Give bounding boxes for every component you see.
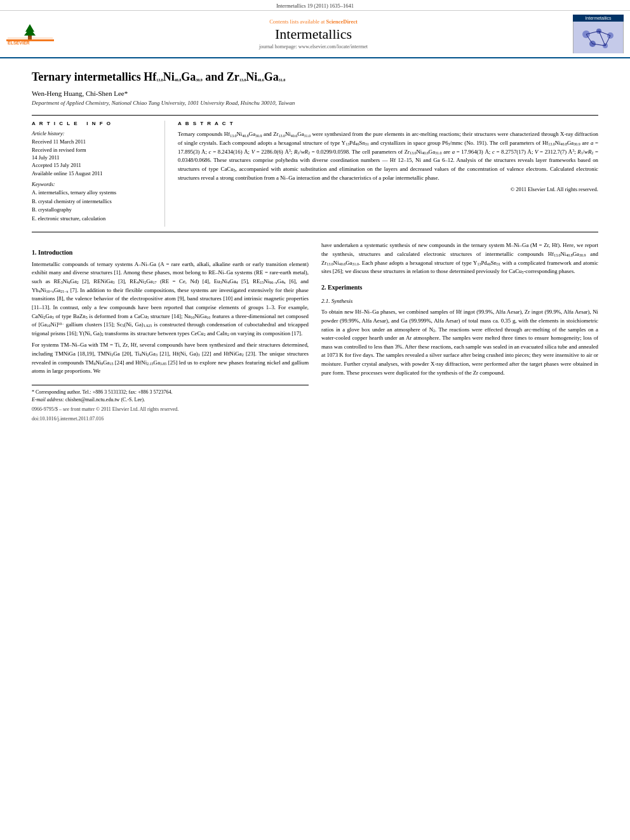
author-names: Wen-Heng Huang, Chi-Shen Lee*	[32, 90, 128, 97]
abstract-col: A B S T R A C T Ternary compounds Hf13.0…	[175, 121, 598, 227]
body-two-column: 1. Introduction Intermetallic compounds …	[32, 241, 598, 423]
experiments-heading: 2. Experiments	[321, 283, 598, 293]
keyword-2: B. crystal chemistry of intermetallics	[32, 197, 157, 206]
received-date: Received 11 March 2011	[32, 138, 157, 145]
synthesis-heading: 2.1. Synthesis	[321, 297, 598, 306]
journal-title: Intermetallics	[60, 26, 566, 43]
citation-text: Intermetallics 19 (2011) 1635–1641	[276, 3, 354, 9]
article-history: Article history: Received 11 March 2011 …	[32, 130, 157, 177]
article-info-abstract: A R T I C L E I N F O Article history: R…	[32, 115, 598, 232]
svg-rect-7	[573, 22, 623, 53]
abstract-text: Ternary compounds Hf13.0Ni40.8Ga30.9 and…	[178, 130, 598, 182]
sciencedirect-link: Contents lists available at ScienceDirec…	[60, 18, 566, 25]
keywords-section: Keywords: A. intermetallics, ternary all…	[32, 181, 157, 223]
history-label: Article history:	[32, 130, 157, 137]
right-body-col: have undertaken a systematic synthesis o…	[321, 241, 598, 423]
intro-paragraph-1: Intermetallic compounds of ternary syste…	[32, 260, 309, 338]
journal-homepage: journal homepage: www.elsevier.com/locat…	[60, 44, 566, 50]
affiliation: Department of Applied Chemistry, Nationa…	[32, 100, 598, 106]
intro-paragraph-2: For systems TM–Ni–Ga with TM = Ti, Zr, H…	[32, 341, 309, 376]
abstract-label: A B S T R A C T	[178, 121, 598, 126]
revised-label: Received in revised form	[32, 146, 157, 154]
footnote-email: E-mail address: chishen@mail.nctu.edu.tw…	[32, 396, 309, 404]
issn-line: 0966-9795/$ – see front matter © 2011 El…	[32, 406, 309, 413]
copyright-line: © 2011 Elsevier Ltd. All rights reserved…	[178, 186, 598, 192]
article-wrapper: Ternary intermetallics Hf13.0Ni40.8Ga30.…	[0, 58, 630, 434]
keywords-label: Keywords:	[32, 181, 157, 187]
logo-badge-text: Intermetallics	[573, 15, 624, 22]
authors: Wen-Heng Huang, Chi-Shen Lee*	[32, 90, 598, 97]
logo-image	[573, 22, 624, 53]
keyword-4: E. electronic structure, calculation	[32, 215, 157, 223]
available-date: Available online 15 August 2011	[32, 170, 157, 177]
left-body-col: 1. Introduction Intermetallic compounds …	[32, 241, 309, 423]
footnote-corresponding: * Corresponding author. Tel.: +886 3 513…	[32, 389, 309, 396]
footnote-area: * Corresponding author. Tel.: +886 3 513…	[32, 385, 309, 423]
keyword-3: B. crystallography	[32, 206, 157, 215]
keywords-list: A. intermetallics, ternary alloy systems…	[32, 189, 157, 223]
affiliation-text: Department of Applied Chemistry, Nationa…	[32, 100, 295, 106]
intro-heading: 1. Introduction	[32, 248, 309, 258]
journal-citation: Intermetallics 19 (2011) 1635–1641	[0, 0, 630, 11]
journal-center: Contents lists available at ScienceDirec…	[60, 18, 566, 50]
keyword-1: A. intermetallics, ternary alloy systems	[32, 189, 157, 197]
doi-line: doi:10.1016/j.intermet.2011.07.016	[32, 415, 309, 423]
synthesis-paragraph: To obtain new Hf–Ni–Ga phases, we combin…	[321, 308, 598, 377]
svg-text:ELSEVIER: ELSEVIER	[8, 41, 30, 45]
elsevier-logo: ELSEVIER	[6, 22, 54, 47]
accepted-date: Accepted 15 July 2011	[32, 161, 157, 169]
article-info-label: A R T I C L E I N F O	[32, 121, 157, 126]
right-intro-paragraph: have undertaken a systematic synthesis o…	[321, 241, 598, 276]
revised-date: 14 July 2011	[32, 154, 157, 161]
svg-rect-5	[28, 36, 32, 39]
article-title: Ternary intermetallics Hf13.0Ni40.8Ga30.…	[32, 70, 598, 84]
intermetallics-logo: Intermetallics	[573, 15, 624, 53]
article-info-col: A R T I C L E I N F O Article history: R…	[32, 121, 165, 227]
journal-header: ELSEVIER Contents lists available at Sci…	[0, 11, 630, 58]
